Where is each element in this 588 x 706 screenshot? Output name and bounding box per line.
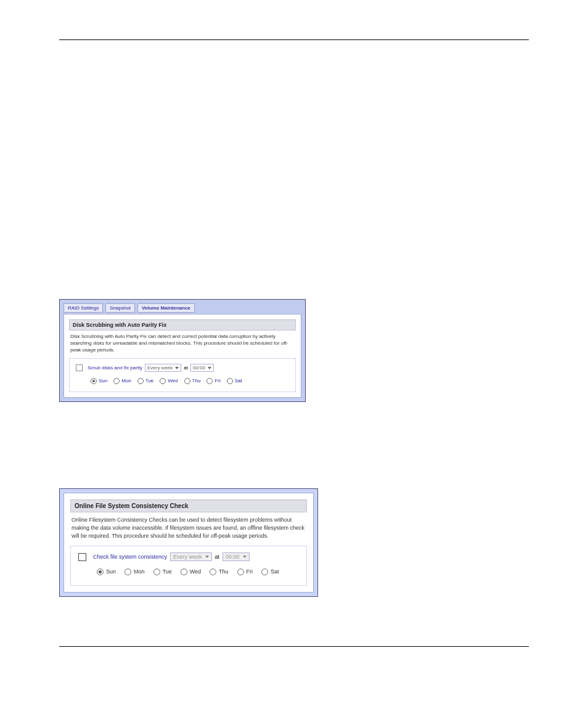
tab-volume-maintenance[interactable]: Volume Maintenance [137,303,195,313]
day-radio-wed[interactable]: Wed [181,568,201,575]
tab-snapshot[interactable]: Snapshot [105,303,135,313]
day-label: Sat [235,379,242,384]
chevron-down-icon [243,556,247,558]
day-label: Tue [145,379,154,384]
day-label: Wed [168,379,178,384]
bottom-horizontal-rule [59,646,529,647]
section-description: Disk Scrubbing with Auto Parity Fix can … [69,330,296,358]
day-radio-fri[interactable]: Fri [237,568,253,575]
day-label: Sat [271,568,279,575]
frequency-select[interactable]: Every week [145,364,181,372]
radio-icon [210,568,216,575]
radio-icon [237,568,244,575]
at-label: at [184,365,188,371]
day-radio-sat[interactable]: Sat [227,378,242,384]
day-radio-thu[interactable]: Thu [184,378,201,384]
radio-icon [160,378,166,384]
tab-bar: RAID Settings Snapshot Volume Maintenanc… [63,303,301,313]
radio-icon [184,378,190,384]
day-radio-group: Sun Mon Tue Wed Thu Fri Sat [91,378,289,384]
chevron-down-icon [205,556,209,558]
day-label: Sun [106,568,116,575]
screenshot-online-fs-check: Online File System Consistency Check Onl… [59,488,318,597]
day-radio-tue[interactable]: Tue [153,568,172,575]
section-heading-online-fs-check: Online File System Consistency Check [70,499,307,512]
tab-raid-settings[interactable]: RAID Settings [63,303,103,313]
panel-body: Disk Scrubbing with Auto Parity Fix Disk… [63,314,301,398]
day-radio-sat[interactable]: Sat [261,568,279,575]
top-horizontal-rule [59,39,529,40]
day-label: Mon [121,379,131,384]
time-value: 00:00 [193,365,205,371]
radio-icon [97,568,104,575]
day-label: Tue [163,568,172,575]
radio-icon [206,378,213,384]
radio-icon [261,568,268,575]
radio-icon [91,378,97,384]
day-radio-sun[interactable]: Sun [91,378,107,384]
day-radio-group: Sun Mon Tue Wed Thu Fri Sat [97,568,299,575]
day-radio-thu[interactable]: Thu [210,568,229,575]
section-heading-disk-scrubbing: Disk Scrubbing with Auto Parity Fix [69,319,296,330]
section-description: Online Filesystem Consistency Checks can… [70,512,307,546]
day-label: Wed [190,568,201,575]
day-radio-wed[interactable]: Wed [160,378,178,384]
scrub-disks-label: Scrub disks and fix parity [88,365,142,371]
day-radio-mon[interactable]: Mon [125,568,145,575]
time-value: 00:00 [226,554,240,560]
radio-icon [153,568,160,575]
chevron-down-icon [175,367,179,369]
day-label: Fri [247,568,253,575]
time-select[interactable]: 00:00 [223,552,250,561]
at-label: at [215,554,220,560]
panel-body: Online File System Consistency Check Onl… [63,493,314,593]
day-label: Thu [192,379,201,384]
time-select[interactable]: 00:00 [190,364,214,372]
radio-icon [181,568,187,575]
radio-icon [137,378,144,384]
day-radio-mon[interactable]: Mon [113,378,131,384]
day-label: Mon [134,568,145,575]
day-radio-sun[interactable]: Sun [97,568,116,575]
day-label: Sun [99,379,107,384]
check-fs-label: Check file system consistency [93,554,167,560]
day-label: Fri [214,379,220,384]
check-fs-checkbox[interactable] [78,553,86,561]
radio-icon [113,378,120,384]
day-radio-tue[interactable]: Tue [137,378,154,384]
radio-icon [125,568,131,575]
radio-icon [227,378,233,384]
scrub-disks-checkbox[interactable] [76,364,83,371]
day-label: Thu [219,568,229,575]
frequency-value: Every week [147,365,173,371]
frequency-value: Every week [173,554,202,560]
frequency-select[interactable]: Every week [170,552,212,561]
chevron-down-icon [208,367,211,369]
screenshot-volume-maintenance: RAID Settings Snapshot Volume Maintenanc… [59,299,306,402]
schedule-form: Scrub disks and fix parity Every week at… [69,358,296,392]
schedule-form: Check file system consistency Every week… [70,546,307,586]
day-radio-fri[interactable]: Fri [206,378,220,384]
